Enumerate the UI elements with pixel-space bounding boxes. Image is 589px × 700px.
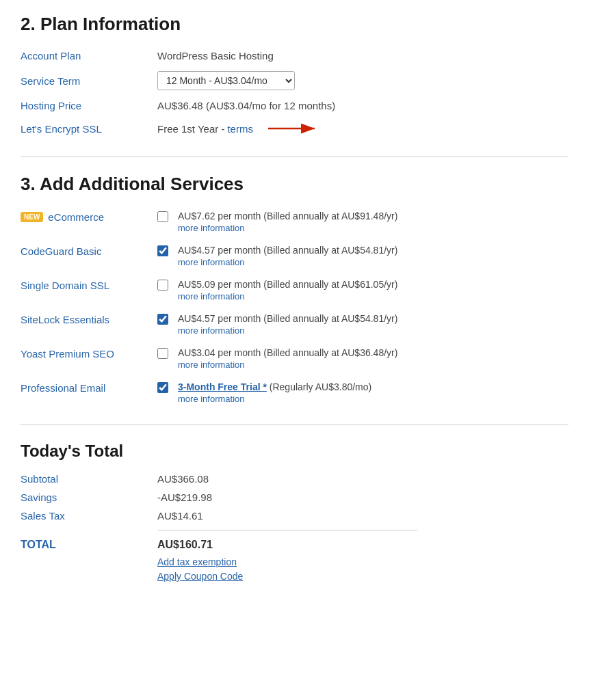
codeguard-label: CodeGuard Basic xyxy=(21,245,101,257)
ssl-free-text: Free 1st Year - xyxy=(157,123,224,135)
service-row-sitelock: SiteLock Essentials AU$4.57 per month (B… xyxy=(21,312,568,336)
ssl-domain-label: Single Domain SSL xyxy=(21,280,109,291)
savings-value: -AU$219.98 xyxy=(157,492,212,503)
savings-label: Savings xyxy=(21,492,157,503)
codeguard-label-col: CodeGuard Basic xyxy=(21,244,157,257)
additional-services-section: 3. Add Additional Services New eCommerce… xyxy=(21,174,568,404)
arrow-indicator xyxy=(261,121,323,136)
email-more-info[interactable]: more information xyxy=(178,394,568,404)
section-divider-1 xyxy=(21,157,568,157)
plan-section-title: 2. Plan Information xyxy=(21,14,568,35)
sitelock-more-info[interactable]: more information xyxy=(178,325,568,336)
ssl-row: Let's Encrypt SSL Free 1st Year - terms xyxy=(21,121,568,136)
service-row-email: Professional Email 3-Month Free Trial * … xyxy=(21,381,568,404)
email-label: Professional Email xyxy=(21,382,105,394)
ecommerce-check-col xyxy=(157,210,178,224)
service-term-select[interactable]: 12 Month - AU$3.04/mo 24 Month - AU$2.75… xyxy=(157,71,295,90)
sales-tax-value: AU$14.61 xyxy=(157,510,203,522)
yoast-label: Yoast Premium SEO xyxy=(21,348,114,360)
ssl-domain-checkbox[interactable] xyxy=(157,280,168,291)
service-row-codeguard: CodeGuard Basic AU$4.57 per month (Bille… xyxy=(21,244,568,267)
email-label-col: Professional Email xyxy=(21,381,157,394)
ssl-domain-more-info[interactable]: more information xyxy=(178,291,568,301)
service-row-ecommerce: New eCommerce AU$7.62 per month (Billed … xyxy=(21,210,568,233)
yoast-price: AU$3.04 per month (Billed annually at AU… xyxy=(178,347,397,358)
email-details: 3-Month Free Trial * (Regularly AU$3.80/… xyxy=(178,381,568,404)
service-term-label: Service Term xyxy=(21,75,157,87)
total-label: TOTAL xyxy=(21,539,157,551)
account-plan-row: Account Plan WordPress Basic Hosting xyxy=(21,50,568,62)
yoast-checkbox[interactable] xyxy=(157,348,168,359)
tax-exemption-link[interactable]: Add tax exemption xyxy=(157,556,568,567)
email-price-line: 3-Month Free Trial * (Regularly AU$3.80/… xyxy=(178,381,371,392)
ecommerce-checkbox[interactable] xyxy=(157,211,168,222)
ssl-domain-price: AU$5.09 per month (Billed annually at AU… xyxy=(178,279,397,290)
totals-section-title: Today's Total xyxy=(21,442,568,461)
sitelock-check-col xyxy=(157,312,178,327)
ecommerce-price: AU$7.62 per month (Billed annually at AU… xyxy=(178,211,397,221)
codeguard-check-col xyxy=(157,244,178,258)
sitelock-details: AU$4.57 per month (Billed annually at AU… xyxy=(178,312,568,336)
totals-divider xyxy=(157,530,417,530)
total-value: AU$160.71 xyxy=(157,539,213,551)
plan-information-section: 2. Plan Information Account Plan WordPre… xyxy=(21,14,568,136)
ssl-domain-label-col: Single Domain SSL xyxy=(21,278,157,291)
section-divider-2 xyxy=(21,425,568,425)
subtotal-row: Subtotal AU$366.08 xyxy=(21,473,568,485)
sitelock-label-col: SiteLock Essentials xyxy=(21,312,157,325)
codeguard-checkbox[interactable] xyxy=(157,245,168,256)
totals-section: Today's Total Subtotal AU$366.08 Savings… xyxy=(21,442,568,582)
account-plan-value: WordPress Basic Hosting xyxy=(157,50,274,62)
sitelock-checkbox[interactable] xyxy=(157,314,168,325)
sales-tax-label: Sales Tax xyxy=(21,510,157,522)
email-free-trial-link[interactable]: 3-Month Free Trial * xyxy=(178,381,267,392)
ecommerce-new-badge: New xyxy=(21,212,43,222)
ecommerce-more-info[interactable]: more information xyxy=(178,223,568,233)
service-term-row: Service Term 12 Month - AU$3.04/mo 24 Mo… xyxy=(21,71,568,90)
ssl-domain-check-col xyxy=(157,278,178,293)
email-price-suffix: (Regularly AU$3.80/mo) xyxy=(267,381,371,392)
savings-row: Savings -AU$219.98 xyxy=(21,492,568,503)
codeguard-price: AU$4.57 per month (Billed annually at AU… xyxy=(178,245,397,256)
sitelock-label: SiteLock Essentials xyxy=(21,314,109,325)
yoast-check-col xyxy=(157,347,178,361)
hosting-price-value: AU$36.48 (AU$3.04/mo for 12 months) xyxy=(157,100,335,111)
coupon-code-link[interactable]: Apply Coupon Code xyxy=(157,571,568,582)
hosting-price-label: Hosting Price xyxy=(21,100,157,111)
services-section-title: 3. Add Additional Services xyxy=(21,174,568,195)
ssl-domain-details: AU$5.09 per month (Billed annually at AU… xyxy=(178,278,568,301)
account-plan-label: Account Plan xyxy=(21,50,157,62)
sales-tax-row: Sales Tax AU$14.61 xyxy=(21,510,568,522)
codeguard-more-info[interactable]: more information xyxy=(178,257,568,267)
total-row: TOTAL AU$160.71 xyxy=(21,539,568,551)
subtotal-label: Subtotal xyxy=(21,473,157,485)
hosting-price-row: Hosting Price AU$36.48 (AU$3.04/mo for 1… xyxy=(21,100,568,111)
ssl-label: Let's Encrypt SSL xyxy=(21,123,157,135)
service-row-yoast: Yoast Premium SEO AU$3.04 per month (Bil… xyxy=(21,347,568,370)
yoast-label-col: Yoast Premium SEO xyxy=(21,347,157,360)
ssl-value-container: Free 1st Year - terms xyxy=(157,121,323,136)
email-check-col xyxy=(157,381,178,395)
sitelock-price: AU$4.57 per month (Billed annually at AU… xyxy=(178,313,397,324)
codeguard-details: AU$4.57 per month (Billed annually at AU… xyxy=(178,244,568,267)
email-checkbox[interactable] xyxy=(157,382,168,393)
subtotal-value: AU$366.08 xyxy=(157,473,209,485)
ecommerce-label-col: New eCommerce xyxy=(21,210,157,223)
ecommerce-details: AU$7.62 per month (Billed annually at AU… xyxy=(178,210,568,233)
ssl-terms-link[interactable]: terms xyxy=(227,123,253,135)
yoast-more-info[interactable]: more information xyxy=(178,360,568,370)
yoast-details: AU$3.04 per month (Billed annually at AU… xyxy=(178,347,568,370)
service-row-ssl: Single Domain SSL AU$5.09 per month (Bil… xyxy=(21,278,568,301)
ecommerce-label: eCommerce xyxy=(48,211,104,223)
